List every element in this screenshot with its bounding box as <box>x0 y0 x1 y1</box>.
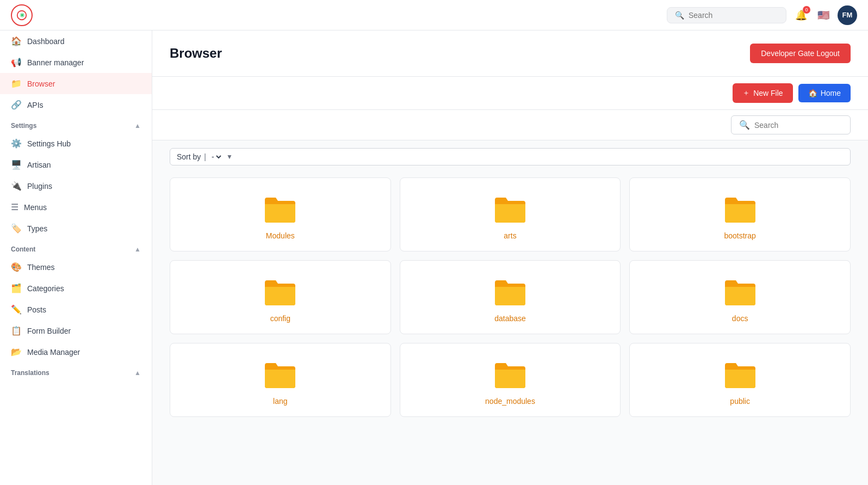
file-card-arts[interactable]: arts <box>400 177 621 251</box>
file-card-node_modules[interactable]: node_modules <box>400 343 621 417</box>
svg-text:✳: ✳ <box>20 11 25 18</box>
app-body: 🏠 Dashboard 📢 Banner manager 📁 Browser 🔗… <box>0 30 868 485</box>
file-name-public: public <box>730 397 750 406</box>
tag-icon: 🏷️ <box>11 223 22 234</box>
folder-svg-config <box>263 277 297 306</box>
sort-separator: | <box>204 152 206 161</box>
sidebar-item-browser[interactable]: 📁 Browser <box>0 73 152 94</box>
search-files-icon: 🔍 <box>739 120 750 130</box>
page-title: Browser <box>170 46 222 61</box>
file-search[interactable]: 🔍 <box>731 115 851 134</box>
menu-icon: ☰ <box>11 202 18 212</box>
folder-svg-docs <box>723 277 758 306</box>
sidebar-label-artisan: Artisan <box>27 161 51 169</box>
sidebar-label-banner-manager: Banner manager <box>27 58 84 67</box>
palette-icon: 🎨 <box>11 262 22 272</box>
table-icon: 📋 <box>11 326 22 336</box>
sidebar-label-browser: Browser <box>27 79 55 88</box>
sidebar-label-themes: Themes <box>27 263 55 272</box>
folder-svg-database <box>493 277 528 306</box>
folder-icon: 📁 <box>11 78 22 89</box>
sidebar-item-form-builder[interactable]: 📋 Form Builder <box>0 320 152 341</box>
main-content: Browser Developer Gate Logout ＋ New File… <box>152 30 868 485</box>
settings-toggle-icon[interactable]: ▲ <box>134 122 141 130</box>
file-card-public[interactable]: public <box>629 343 851 417</box>
folder-svg-arts <box>493 194 528 224</box>
sidebar-label-plugins: Plugins <box>27 182 52 191</box>
notification-badge: 0 <box>803 6 810 14</box>
sidebar-item-apis[interactable]: 🔗 APIs <box>0 94 152 115</box>
sidebar-item-dashboard[interactable]: 🏠 Dashboard <box>0 30 152 52</box>
file-card-docs[interactable]: docs <box>629 260 851 334</box>
monitor-icon: 🖥️ <box>11 159 22 170</box>
new-file-button[interactable]: ＋ New File <box>733 83 792 103</box>
folder-svg-modules <box>263 194 297 224</box>
sidebar-item-banner-manager[interactable]: 📢 Banner manager <box>0 52 152 73</box>
file-card-bootstrap[interactable]: bootstrap <box>629 177 851 251</box>
file-card-database[interactable]: database <box>400 260 621 334</box>
archive-icon: 🗂️ <box>11 283 22 293</box>
sort-by-select[interactable]: - <box>209 152 223 162</box>
content-toggle-icon[interactable]: ▲ <box>134 245 141 253</box>
folder2-icon: 📂 <box>11 347 22 357</box>
sidebar-label-apis: APIs <box>27 101 44 109</box>
sidebar-item-posts[interactable]: ✏️ Posts <box>0 299 152 320</box>
navbar: ✳ 🔍 🔔 0 🇺🇸 FM <box>0 0 868 30</box>
file-name-modules: Modules <box>266 231 295 240</box>
sidebar-label-form-builder: Form Builder <box>27 327 71 335</box>
sidebar-label-settings-hub: Settings Hub <box>27 139 71 148</box>
notification-button[interactable]: 🔔 0 <box>793 7 809 23</box>
file-name-node_modules: node_modules <box>485 397 535 406</box>
dev-logout-button[interactable]: Developer Gate Logout <box>750 44 851 63</box>
sidebar-label-menus: Menus <box>24 203 47 212</box>
sidebar-item-settings-hub[interactable]: ⚙️ Settings Hub <box>0 133 152 154</box>
logo-icon: ✳ <box>11 4 33 26</box>
file-card-config[interactable]: config <box>170 260 391 334</box>
folder-svg-bootstrap <box>723 194 758 224</box>
sidebar-label-dashboard: Dashboard <box>27 37 65 46</box>
flag-icon[interactable]: 🇺🇸 <box>816 10 831 21</box>
sort-row: Sort by | - ▼ <box>152 140 868 173</box>
page-header: Browser Developer Gate Logout <box>152 30 868 77</box>
share-icon: 🔗 <box>11 100 22 110</box>
sidebar-item-themes[interactable]: 🎨 Themes <box>0 256 152 278</box>
translations-section-header: Translations ▲ <box>0 363 152 380</box>
toolbar-row: ＋ New File 🏠 Home <box>152 77 868 110</box>
sidebar-item-plugins[interactable]: 🔌 Plugins <box>0 175 152 197</box>
pencil-icon: ✏️ <box>11 304 22 315</box>
file-search-input[interactable] <box>754 121 842 130</box>
folder-svg-public <box>723 360 758 389</box>
sidebar-label-types: Types <box>27 224 47 233</box>
home-icon: 🏠 <box>808 89 817 97</box>
translations-toggle-icon[interactable]: ▲ <box>134 369 141 377</box>
sort-by-label: Sort by <box>177 152 201 161</box>
sidebar-item-categories[interactable]: 🗂️ Categories <box>0 278 152 299</box>
plus-icon: ＋ <box>742 88 750 98</box>
navbar-right: 🔍 🔔 0 🇺🇸 FM <box>667 5 857 25</box>
gear-icon: ⚙️ <box>11 138 22 149</box>
sidebar-item-types[interactable]: 🏷️ Types <box>0 218 152 239</box>
sidebar-item-artisan[interactable]: 🖥️ Artisan <box>0 154 152 175</box>
settings-section-header: Settings ▲ <box>0 115 152 133</box>
file-name-lang: lang <box>273 397 287 406</box>
sidebar-item-menus[interactable]: ☰ Menus <box>0 197 152 218</box>
search-input[interactable] <box>689 11 778 20</box>
sidebar-label-media-manager: Media Manager <box>27 348 80 357</box>
avatar[interactable]: FM <box>838 5 857 25</box>
sort-by-control[interactable]: Sort by | - ▼ <box>170 148 851 165</box>
sidebar: 🏠 Dashboard 📢 Banner manager 📁 Browser 🔗… <box>0 30 152 485</box>
file-name-config: config <box>270 314 290 323</box>
folder-svg-lang <box>263 360 297 389</box>
logo[interactable]: ✳ <box>11 4 33 26</box>
home-button[interactable]: 🏠 Home <box>798 84 851 102</box>
sidebar-label-categories: Categories <box>27 284 64 293</box>
file-card-lang[interactable]: lang <box>170 343 391 417</box>
folder-svg-node_modules <box>493 360 528 389</box>
chevron-down-icon: ▼ <box>226 153 233 161</box>
file-name-arts: arts <box>504 231 516 240</box>
search-row: 🔍 <box>152 110 868 140</box>
house-icon: 🏠 <box>11 36 22 46</box>
sidebar-item-media-manager[interactable]: 📂 Media Manager <box>0 341 152 363</box>
global-search[interactable]: 🔍 <box>667 7 786 23</box>
file-card-modules[interactable]: Modules <box>170 177 391 251</box>
